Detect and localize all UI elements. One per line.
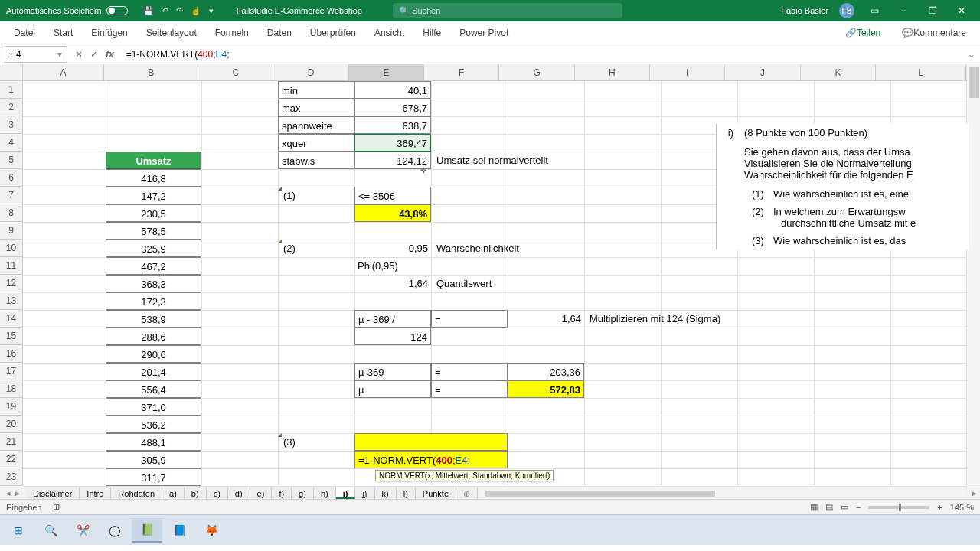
- user-avatar[interactable]: FB: [839, 3, 854, 18]
- cell-f14[interactable]: =: [431, 310, 508, 328]
- cell-e3[interactable]: 638,7: [354, 116, 431, 134]
- cell-b18[interactable]: 556,4: [106, 380, 201, 398]
- save-icon[interactable]: 💾: [143, 6, 154, 16]
- cell-d7[interactable]: (1): [280, 187, 354, 204]
- app-snip-icon[interactable]: ✂️: [67, 518, 98, 543]
- view-normal-icon[interactable]: ▦: [810, 502, 818, 512]
- cell-d3[interactable]: spannweite: [278, 116, 354, 134]
- sheet-tab-l[interactable]: l): [397, 487, 416, 499]
- cell-e18[interactable]: µ: [354, 380, 431, 398]
- comments-button[interactable]: 💬 Kommentare: [893, 28, 975, 38]
- cell-f5[interactable]: Umsatz sei normalverteilt: [433, 152, 602, 169]
- sheet-tab-punkte[interactable]: Punkte: [416, 487, 456, 499]
- cell-f12[interactable]: Quantilswert: [433, 275, 556, 292]
- sheet-tab-g[interactable]: g): [292, 487, 314, 499]
- cell-b16[interactable]: 290,6: [106, 345, 201, 363]
- tab-powerpivot[interactable]: Power Pivot: [450, 21, 518, 44]
- search-taskbar-icon[interactable]: 🔍: [35, 518, 66, 543]
- cell-b17[interactable]: 201,4: [106, 363, 201, 380]
- tab-daten[interactable]: Daten: [258, 21, 301, 44]
- cell-b15[interactable]: 288,6: [106, 328, 201, 345]
- tab-nav-first-icon[interactable]: ◂: [6, 488, 11, 498]
- redo-icon[interactable]: ↷: [176, 6, 183, 16]
- cell-f18[interactable]: =: [431, 380, 508, 398]
- sheet-tab-d[interactable]: d): [228, 487, 250, 499]
- tab-datei[interactable]: Datei: [5, 21, 44, 44]
- app-running-icon[interactable]: ◯: [100, 518, 130, 543]
- sheet-tab-disclaimer[interactable]: Disclaimer: [26, 487, 80, 499]
- excel-taskbar-icon[interactable]: 📗: [132, 518, 162, 543]
- tab-ansicht[interactable]: Ansicht: [365, 21, 413, 44]
- tab-formeln[interactable]: Formeln: [206, 21, 258, 44]
- cell-b8[interactable]: 230,5: [106, 204, 201, 222]
- cancel-formula-icon[interactable]: ✕: [75, 49, 83, 60]
- cell-e1[interactable]: 40,1: [354, 81, 431, 99]
- cell-f17[interactable]: =: [431, 363, 508, 380]
- sheet-tab-f[interactable]: f): [272, 487, 292, 499]
- start-button[interactable]: ⊞: [3, 518, 34, 543]
- column-headers[interactable]: A B C D E F G H I J K L: [23, 64, 966, 81]
- fx-icon[interactable]: fx: [106, 49, 114, 60]
- cell-e8[interactable]: 43,8%: [354, 204, 431, 222]
- cell-e12[interactable]: 1,64: [354, 275, 431, 292]
- cell-d5[interactable]: stabw.s: [278, 152, 354, 169]
- cell-b11[interactable]: 467,2: [106, 257, 201, 275]
- cell-b10[interactable]: 325,9: [106, 240, 201, 257]
- tab-hilfe[interactable]: Hilfe: [413, 21, 450, 44]
- sheet-tab-rohdaten[interactable]: Rohdaten: [111, 487, 162, 499]
- accept-formula-icon[interactable]: ✓: [90, 49, 98, 60]
- tab-seitenlayout[interactable]: Seitenlayout: [137, 21, 206, 44]
- zoom-slider[interactable]: [868, 506, 929, 509]
- touch-icon[interactable]: ☝: [191, 6, 201, 16]
- close-icon[interactable]: ✕: [952, 5, 971, 16]
- cell-g18[interactable]: 572,83: [508, 380, 584, 398]
- cell-e11[interactable]: Phi(0,95): [354, 257, 431, 275]
- ribbon-options-icon[interactable]: ▭: [865, 5, 884, 16]
- maximize-icon[interactable]: ❐: [923, 5, 942, 16]
- word-taskbar-icon[interactable]: 📘: [164, 518, 194, 543]
- cell-d2[interactable]: max: [278, 99, 354, 116]
- view-break-icon[interactable]: ▭: [841, 502, 848, 512]
- cell-e14[interactable]: µ - 369 /: [354, 310, 431, 328]
- minimize-icon[interactable]: −: [894, 5, 913, 16]
- sheet-tab-a[interactable]: a): [162, 487, 185, 499]
- cell-d10[interactable]: (2): [280, 240, 354, 257]
- share-button[interactable]: 🔗 Teilen: [836, 28, 890, 38]
- sheet-tab-e[interactable]: e): [250, 487, 273, 499]
- tab-einfuegen[interactable]: Einfügen: [82, 21, 136, 44]
- cell-e15[interactable]: 124: [354, 328, 431, 345]
- umsatz-header[interactable]: Umsatz: [106, 152, 201, 169]
- formula-bar[interactable]: =1-NORM.VERT(400;E4;: [122, 47, 963, 61]
- sheet-tab-c[interactable]: c): [207, 487, 228, 499]
- sheet-tabs[interactable]: Disclaimer Intro Rohdaten a) b) c) d) e)…: [26, 487, 478, 499]
- zoom-in-icon[interactable]: +: [937, 503, 942, 512]
- zoom-out-icon[interactable]: −: [856, 503, 861, 512]
- sheet-tab-i[interactable]: i): [336, 487, 356, 499]
- document-title[interactable]: Fallstudie E-Commerce Webshop: [237, 6, 362, 15]
- cell-e22-edit[interactable]: =1-NORM.VERT(400;E4;: [354, 451, 508, 468]
- search-box[interactable]: 🔍 Suchen: [393, 3, 622, 18]
- cell-h14[interactable]: Multiplizieren mit 124 (Sigma): [586, 310, 778, 328]
- sheet-tab-b[interactable]: b): [185, 487, 207, 499]
- more-icon[interactable]: ▾: [209, 6, 214, 16]
- cell-b20[interactable]: 536,2: [106, 416, 201, 433]
- cell-b9[interactable]: 578,5: [106, 222, 201, 240]
- spreadsheet-grid[interactable]: min 40,1 max 678,7 spannweite 638,7 xque…: [23, 81, 966, 487]
- cell-e5[interactable]: 124,12: [354, 152, 431, 169]
- sheet-tab-k[interactable]: k): [375, 487, 397, 499]
- autosave-toggle[interactable]: [106, 6, 128, 15]
- horizontal-scrollbar[interactable]: [482, 490, 965, 497]
- sheet-tab-intro[interactable]: Intro: [80, 487, 111, 499]
- undo-icon[interactable]: ↶: [162, 6, 168, 16]
- expand-formula-bar-icon[interactable]: ⌄: [963, 49, 980, 60]
- accessibility-icon[interactable]: ⊞: [53, 502, 60, 512]
- user-name[interactable]: Fabio Basler: [781, 6, 828, 15]
- windows-taskbar[interactable]: ⊞ 🔍 ✂️ ◯ 📗 📘 🦊: [0, 514, 980, 545]
- cell-b22[interactable]: 305,9: [106, 451, 201, 468]
- row-headers[interactable]: 1234567891011121314151617181920212223: [0, 81, 23, 486]
- view-layout-icon[interactable]: ▤: [825, 502, 833, 512]
- cell-b6[interactable]: 416,8: [106, 169, 201, 187]
- cell-d21[interactable]: (3): [280, 433, 354, 451]
- cell-b7[interactable]: 147,2: [106, 187, 201, 204]
- cell-b23[interactable]: 311,7: [106, 468, 201, 486]
